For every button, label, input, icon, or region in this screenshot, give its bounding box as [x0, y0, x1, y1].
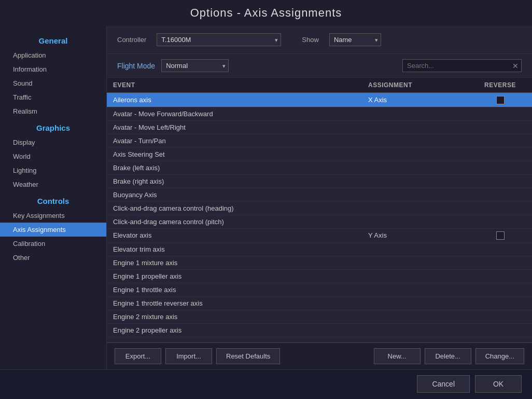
event-table-wrapper[interactable]: EVENT ASSIGNMENT REVERSE Ailerons axisX … — [107, 78, 532, 342]
table-row[interactable]: Engine 2 propeller axis — [107, 324, 532, 337]
table-row[interactable]: Avatar - Move Left/Right — [107, 120, 532, 134]
reverse-cell — [468, 201, 532, 215]
controller-select[interactable]: T.16000MKeyboardMouse — [157, 33, 281, 46]
reverse-cell — [468, 134, 532, 147]
controls-section-title: Controls — [0, 191, 106, 209]
table-row[interactable]: Elevator trim axis — [107, 243, 532, 256]
table-row[interactable]: Brake (left axis) — [107, 161, 532, 174]
table-row[interactable]: Click-and-drag camera control (pitch) — [107, 215, 532, 228]
sidebar: General ApplicationInformationSoundTraff… — [0, 26, 106, 369]
event-cell: Buoyancy Axis — [107, 188, 362, 201]
table-row[interactable]: Engine 1 mixture axis — [107, 256, 532, 270]
page-title: Options - Axis Assignments — [190, 6, 342, 19]
ok-button[interactable]: OK — [475, 375, 522, 393]
sidebar-item-display[interactable]: Display — [0, 135, 106, 149]
event-table: EVENT ASSIGNMENT REVERSE Ailerons axisX … — [107, 78, 532, 337]
reverse-cell — [468, 310, 532, 324]
assignment-cell — [362, 201, 468, 215]
assignment-cell — [362, 243, 468, 256]
assignment-cell: Y Axis — [362, 228, 468, 243]
assignment-cell — [362, 120, 468, 134]
flight-mode-row: Flight Mode NormalAdvanced ✕ — [107, 54, 532, 78]
event-cell: Engine 2 mixture axis — [107, 310, 362, 324]
reverse-checkbox[interactable] — [496, 231, 505, 240]
reverse-cell — [468, 93, 532, 107]
event-cell: Engine 1 throttle axis — [107, 283, 362, 297]
sidebar-item-sound[interactable]: Sound — [0, 76, 106, 90]
table-row[interactable]: Avatar - Turn/Pan — [107, 134, 532, 147]
event-cell: Elevator trim axis — [107, 243, 362, 256]
sidebar-item-world[interactable]: World — [0, 149, 106, 163]
event-cell: Elevator axis — [107, 228, 362, 243]
delete-button[interactable]: Delete... — [425, 348, 471, 364]
sidebar-controls-items: Key AssignmentsAxis AssignmentsCalibrati… — [0, 209, 106, 265]
sidebar-item-other[interactable]: Other — [0, 251, 106, 265]
sidebar-item-information[interactable]: Information — [0, 62, 106, 76]
sidebar-item-lighting[interactable]: Lighting — [0, 163, 106, 177]
col-assignment-header: ASSIGNMENT — [362, 78, 468, 93]
reverse-cell — [468, 324, 532, 337]
reverse-cell — [468, 283, 532, 297]
assignment-cell — [362, 147, 468, 161]
reverse-checkbox[interactable] — [496, 96, 505, 104]
sidebar-item-calibration[interactable]: Calibration — [0, 237, 106, 251]
event-cell: Avatar - Turn/Pan — [107, 134, 362, 147]
import-button[interactable]: Import... — [165, 348, 212, 364]
reverse-cell — [468, 297, 532, 310]
assignment-cell — [362, 134, 468, 147]
sidebar-item-axis-assignments[interactable]: Axis Assignments — [0, 223, 106, 237]
show-select[interactable]: NameDefault — [329, 33, 381, 46]
event-cell: Avatar - Move Left/Right — [107, 120, 362, 134]
new-button[interactable]: New... — [374, 348, 421, 364]
col-event-header: EVENT — [107, 78, 362, 93]
reverse-cell — [468, 120, 532, 134]
controller-label: Controller — [117, 36, 146, 44]
assignment-cell — [362, 256, 468, 270]
assignment-cell: X Axis — [362, 93, 468, 107]
reverse-cell — [468, 256, 532, 270]
flight-mode-select[interactable]: NormalAdvanced — [161, 59, 229, 72]
content-area: Controller T.16000MKeyboardMouse Show Na… — [106, 26, 532, 369]
table-row[interactable]: Engine 1 throttle axis — [107, 283, 532, 297]
table-row[interactable]: Avatar - Move Forward/Backward — [107, 107, 532, 120]
sidebar-item-application[interactable]: Application — [0, 48, 106, 62]
general-section-title: General — [0, 31, 106, 48]
cancel-button[interactable]: Cancel — [417, 375, 470, 393]
table-row[interactable]: Ailerons axisX Axis — [107, 93, 532, 107]
table-row[interactable]: Axis Steering Set — [107, 147, 532, 161]
event-cell: Engine 1 mixture axis — [107, 256, 362, 270]
table-row[interactable]: Buoyancy Axis — [107, 188, 532, 201]
assignment-cell — [362, 107, 468, 120]
event-cell: Engine 2 propeller axis — [107, 324, 362, 337]
search-input[interactable] — [402, 59, 522, 72]
event-cell: Engine 1 throttle reverser axis — [107, 297, 362, 310]
title-bar: Options - Axis Assignments — [0, 0, 532, 26]
reverse-cell — [468, 270, 532, 283]
sidebar-item-weather[interactable]: Weather — [0, 177, 106, 191]
footer-bar: Cancel OK — [0, 369, 532, 398]
table-row[interactable]: Engine 1 propeller axis — [107, 270, 532, 283]
sidebar-item-realism[interactable]: Realism — [0, 104, 106, 118]
event-cell: Click-and-drag camera control (heading) — [107, 201, 362, 215]
event-cell: Axis Steering Set — [107, 147, 362, 161]
table-row[interactable]: Engine 2 mixture axis — [107, 310, 532, 324]
reverse-cell — [468, 188, 532, 201]
event-cell: Brake (left axis) — [107, 161, 362, 174]
sidebar-item-traffic[interactable]: Traffic — [0, 90, 106, 104]
export-button[interactable]: Export... — [115, 348, 161, 364]
flight-mode-select-wrapper: NormalAdvanced — [161, 59, 229, 72]
event-table-body: Ailerons axisX AxisAvatar - Move Forward… — [107, 93, 532, 337]
table-row[interactable]: Engine 1 throttle reverser axis — [107, 297, 532, 310]
sidebar-item-key-assignments[interactable]: Key Assignments — [0, 209, 106, 223]
assignment-cell — [362, 174, 468, 188]
table-row[interactable]: Click-and-drag camera control (heading) — [107, 201, 532, 215]
table-row[interactable]: Brake (right axis) — [107, 174, 532, 188]
col-reverse-header: REVERSE — [468, 78, 532, 93]
assignment-cell — [362, 310, 468, 324]
change-button[interactable]: Change... — [475, 348, 524, 364]
reset-defaults-button[interactable]: Reset Defaults — [216, 348, 280, 364]
reverse-cell — [468, 174, 532, 188]
search-clear-icon[interactable]: ✕ — [512, 62, 519, 70]
assignment-cell — [362, 188, 468, 201]
table-row[interactable]: Elevator axisY Axis — [107, 228, 532, 243]
